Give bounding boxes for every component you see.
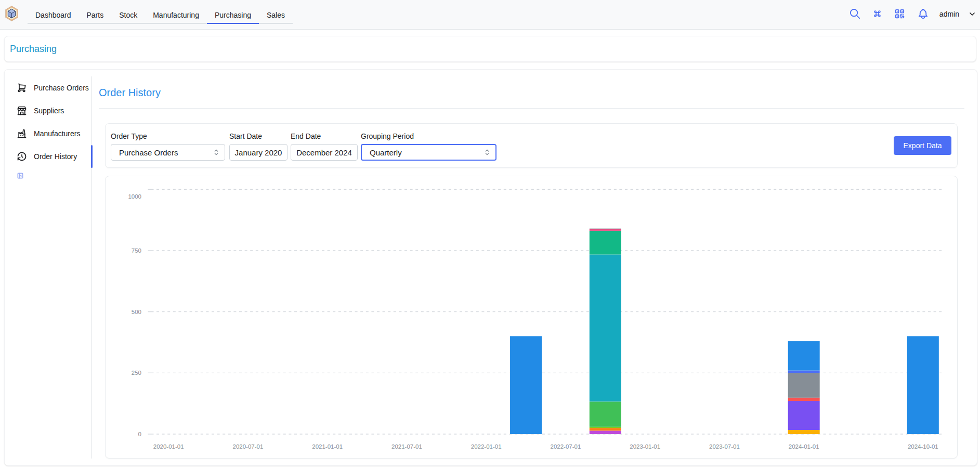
x-tick-label: 2020-01-01: [153, 443, 184, 450]
tab-stock[interactable]: Stock: [111, 0, 145, 24]
shopping-cart-icon: [17, 83, 27, 93]
tab-parts[interactable]: Parts: [79, 0, 112, 24]
qrcode-scan-icon[interactable]: [893, 7, 907, 21]
end-date-input[interactable]: December 2024: [291, 144, 358, 161]
breadcrumb-item-purchasing[interactable]: Purchasing: [10, 36, 57, 61]
x-tick-label: 2023-01-01: [630, 443, 660, 450]
selector-icon: [212, 148, 220, 156]
end-date-value: December 2024: [296, 148, 352, 157]
bar-segment-indigo[interactable]: [788, 371, 820, 373]
building-factory-icon: [17, 128, 27, 139]
sidebar-item-label: Manufacturers: [34, 129, 80, 138]
bar-segment-pink[interactable]: [590, 229, 621, 231]
bar-segment-gray[interactable]: [590, 229, 621, 229]
start-date-value: January 2020: [235, 148, 282, 157]
selector-icon: [483, 148, 491, 156]
tab-dashboard[interactable]: Dashboard: [28, 0, 79, 24]
y-tick-label: 1000: [128, 193, 141, 200]
bar-segment-yellow[interactable]: [788, 430, 820, 434]
bar-segment-green[interactable]: [590, 401, 621, 426]
x-tick-label: 2022-01-01: [471, 443, 502, 450]
bar-segment-teal[interactable]: [590, 231, 621, 255]
sidebar-item-label: Suppliers: [34, 107, 64, 115]
user-name: admin: [939, 10, 959, 18]
bar-segment-blue[interactable]: [788, 341, 820, 370]
bar-segment-violet[interactable]: [788, 401, 820, 430]
order-history-bar-chart: 025050075010002020-01-012020-07-012021-0…: [106, 176, 957, 458]
sidebar-item-label: Purchase Orders: [34, 84, 89, 92]
order-type-select[interactable]: Purchase Orders: [111, 144, 225, 161]
filter-group-order-type: Order Type Purchase Orders: [111, 131, 225, 161]
x-tick-label: 2022-07-01: [551, 443, 581, 450]
x-tick-label: 2023-07-01: [709, 443, 740, 450]
filter-label: Grouping Period: [361, 131, 496, 141]
bar-segment-gray[interactable]: [788, 373, 820, 398]
bar-segment-grape[interactable]: [590, 430, 621, 434]
sidebar-item-purchase-orders[interactable]: Purchase Orders: [5, 76, 92, 99]
x-tick-label: 2024-01-01: [789, 443, 819, 450]
x-tick-label: 2024-10-01: [908, 443, 938, 450]
x-tick-label: 2021-07-01: [391, 443, 422, 450]
main-panel-card: Purchase Orders Suppliers Manufacturers: [4, 69, 977, 466]
y-tick-label: 500: [132, 309, 141, 315]
filter-label: Start Date: [229, 131, 288, 141]
search-icon[interactable]: [848, 7, 863, 21]
chevron-down-icon: [968, 10, 976, 18]
bar-segment-blue[interactable]: [907, 336, 939, 434]
sidebar-item-label: Order History: [34, 152, 77, 161]
bar-segment-lime[interactable]: [590, 427, 621, 428]
bar-segment-blue[interactable]: [510, 336, 542, 434]
export-data-button[interactable]: Export Data: [894, 136, 951, 155]
building-store-icon: [17, 106, 27, 116]
x-tick-label: 2021-01-01: [312, 443, 343, 450]
x-tick-label: 2020-07-01: [233, 443, 264, 450]
breadcrumb-bar: Purchasing: [4, 36, 976, 62]
command-icon[interactable]: [870, 7, 885, 21]
panel-sidebar: Purchase Orders Suppliers Manufacturers: [5, 70, 92, 465]
order-type-value: Purchase Orders: [119, 148, 178, 157]
filter-group-end-date: End Date December 2024: [291, 131, 358, 161]
filter-label: Order Type: [111, 131, 225, 141]
tab-sales[interactable]: Sales: [259, 0, 293, 24]
grouping-period-select[interactable]: Quarterly: [361, 144, 496, 161]
filter-label: End Date: [291, 131, 358, 141]
start-date-input[interactable]: January 2020: [229, 144, 288, 161]
sidebar-item-order-history[interactable]: Order History: [5, 145, 92, 168]
tab-purchasing[interactable]: Purchasing: [207, 0, 259, 24]
sidebar-item-manufacturers[interactable]: Manufacturers: [5, 122, 92, 145]
bar-segment-cyan[interactable]: [590, 255, 621, 402]
tab-manufacturing[interactable]: Manufacturing: [145, 0, 207, 24]
title-divider: [99, 108, 964, 109]
navbar-actions: admin: [848, 0, 980, 29]
filter-group-grouping-period: Grouping Period Quarterly: [361, 131, 496, 161]
bar-segment-red[interactable]: [788, 398, 820, 401]
sidebar-item-suppliers[interactable]: Suppliers: [5, 99, 92, 122]
history-icon: [17, 151, 27, 162]
filter-card: Order Type Purchase Orders Start Date Ja…: [105, 123, 958, 168]
main-nav-tabs: Dashboard Parts Stock Manufacturing Purc…: [28, 0, 293, 24]
y-tick-label: 250: [132, 370, 141, 376]
top-navbar: Dashboard Parts Stock Manufacturing Purc…: [0, 0, 980, 30]
filter-group-start-date: Start Date January 2020: [229, 131, 288, 161]
inventree-logo-icon: [5, 6, 18, 21]
panel-content: Order History Order Type Purchase Orders…: [99, 70, 977, 465]
y-tick-label: 0: [138, 431, 141, 437]
bar-segment-orange[interactable]: [590, 428, 621, 430]
y-tick-label: 750: [132, 247, 141, 254]
grouping-period-value: Quarterly: [370, 148, 402, 157]
page-title: Order History: [99, 87, 161, 99]
sidebar-divider: [92, 76, 92, 459]
sidebar-active-indicator: [91, 145, 93, 168]
order-history-chart-card: 025050075010002020-01-012020-07-012021-0…: [105, 176, 958, 459]
app-logo[interactable]: [5, 6, 18, 21]
user-menu[interactable]: admin: [939, 10, 980, 18]
sidebar-left-collapse-icon[interactable]: [17, 172, 24, 179]
bell-icon[interactable]: [916, 7, 931, 21]
